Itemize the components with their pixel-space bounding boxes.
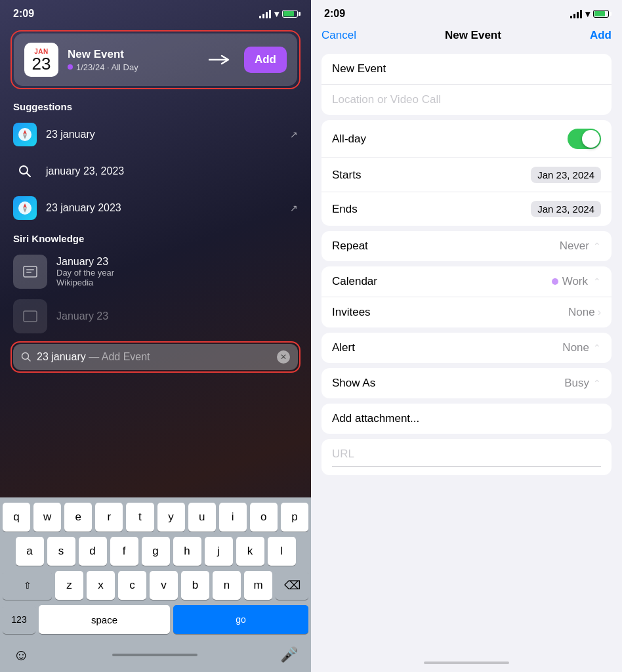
search-clear-button[interactable]: ✕	[277, 350, 290, 364]
ends-label: Ends	[332, 203, 358, 216]
url-row[interactable]: URL	[321, 439, 612, 475]
key-k[interactable]: k	[236, 537, 264, 566]
url-section: URL	[321, 439, 612, 475]
alert-chevron: ⌃	[593, 343, 601, 353]
allday-label: All-day	[332, 133, 366, 146]
location-row[interactable]: Location or Video Call	[321, 85, 612, 115]
title-section: New Event Location or Video Call	[321, 54, 612, 115]
key-q[interactable]: q	[3, 503, 30, 532]
cancel-button[interactable]: Cancel	[321, 29, 356, 42]
key-shift[interactable]: ⇧	[3, 571, 52, 600]
nav-add-button[interactable]: Add	[590, 29, 612, 42]
key-t[interactable]: t	[126, 503, 154, 532]
key-n[interactable]: n	[213, 571, 241, 600]
safari-icon-2	[13, 196, 37, 220]
key-row-2: a s d f g h j k l	[3, 537, 308, 566]
key-m[interactable]: m	[244, 571, 272, 600]
key-z[interactable]: z	[55, 571, 83, 600]
event-title-row[interactable]: New Event	[321, 54, 612, 85]
search-bar-hint: — Add Event	[89, 351, 150, 362]
repeat-chevron: ⌃	[593, 241, 601, 251]
right-signal-icon	[570, 9, 582, 18]
starts-value[interactable]: Jan 23, 2024	[531, 167, 601, 183]
calendar-row[interactable]: Calendar Work ⌃	[321, 266, 612, 297]
key-b[interactable]: b	[181, 571, 209, 600]
key-f[interactable]: f	[110, 537, 138, 566]
suggestions-label: Suggestions	[0, 94, 311, 116]
key-p[interactable]: p	[281, 503, 308, 532]
key-u[interactable]: u	[188, 503, 216, 532]
key-y[interactable]: y	[157, 503, 185, 532]
key-c[interactable]: c	[118, 571, 146, 600]
event-title-input[interactable]: New Event	[332, 62, 601, 75]
repeat-section: Repeat Never ⌃	[321, 231, 612, 261]
event-card: JAN 23 New Event 1/23/24 · All Day Add	[14, 33, 297, 86]
key-a[interactable]: a	[16, 537, 44, 566]
event-card-container: JAN 23 New Event 1/23/24 · All Day Add	[10, 30, 301, 89]
alert-row[interactable]: Alert None ⌃	[321, 333, 612, 363]
key-123[interactable]: 123	[3, 605, 35, 634]
show-as-row[interactable]: Show As Busy ⌃	[321, 368, 612, 398]
nav-title: New Event	[445, 29, 501, 42]
right-status-icons: ▾	[570, 9, 609, 19]
add-attachment-label[interactable]: Add attachment...	[332, 412, 419, 425]
key-s[interactable]: s	[47, 537, 75, 566]
wifi-icon: ▾	[274, 9, 279, 19]
attachment-row[interactable]: Add attachment...	[321, 404, 612, 434]
event-date: 1/23/24 · All Day	[68, 62, 197, 72]
siri-item[interactable]: January 23 Day of the year Wikipedia	[0, 248, 311, 295]
invitees-row[interactable]: Invitees None ›	[321, 297, 612, 327]
suggestion-item-1[interactable]: 23 january ↗	[0, 116, 311, 153]
partial-text: January 23	[56, 310, 298, 322]
search-bar[interactable]: 23 january — Add Event ✕	[13, 344, 298, 370]
svg-rect-14	[24, 311, 37, 322]
event-info: New Event 1/23/24 · All Day	[68, 48, 197, 72]
form-scroll: New Event Location or Video Call All-day…	[311, 49, 622, 656]
starts-row[interactable]: Starts Jan 23, 2024	[321, 158, 612, 192]
svg-rect-13	[26, 272, 31, 273]
key-go[interactable]: go	[173, 605, 308, 634]
key-o[interactable]: o	[250, 503, 278, 532]
key-j[interactable]: j	[205, 537, 233, 566]
key-row-3: ⇧ z x c v b n m ⌫	[3, 571, 308, 600]
calendar-label: Calendar	[332, 275, 377, 288]
allday-toggle[interactable]	[568, 129, 601, 149]
key-l[interactable]: l	[268, 537, 296, 566]
siri-item-sub1: Day of the year	[56, 268, 114, 278]
suggestion-item-2[interactable]: january 23, 2023	[0, 153, 311, 190]
key-d[interactable]: d	[79, 537, 107, 566]
siri-thumbnail	[13, 255, 47, 289]
key-w[interactable]: w	[33, 503, 61, 532]
key-row-4: 123 space go	[3, 605, 308, 634]
key-r[interactable]: r	[95, 503, 123, 532]
signal-icon	[259, 9, 271, 18]
right-battery-icon	[593, 10, 609, 18]
left-panel: 2:09 ▾ JAN 23 New Event	[0, 0, 311, 672]
key-g[interactable]: g	[142, 537, 170, 566]
toggle-knob	[582, 130, 600, 148]
allday-row[interactable]: All-day	[321, 120, 612, 158]
siri-knowledge-label: Siri Knowledge	[0, 226, 311, 248]
svg-line-6	[27, 173, 30, 177]
keyboard: q w e r t y u i o p a s d f g h j k l ⇧ …	[0, 497, 311, 642]
key-v[interactable]: v	[150, 571, 178, 600]
show-as-value: Busy ⌃	[564, 377, 601, 390]
url-underline	[332, 466, 601, 467]
invitees-label: Invitees	[332, 306, 371, 319]
key-i[interactable]: i	[219, 503, 247, 532]
key-delete[interactable]: ⌫	[276, 571, 308, 600]
ends-value[interactable]: Jan 23, 2024	[531, 201, 601, 217]
show-as-label: Show As	[332, 377, 375, 390]
calendar-icon: JAN 23	[24, 43, 58, 77]
suggestion-item-3[interactable]: 23 january 2023 ↗	[0, 190, 311, 226]
key-h[interactable]: h	[173, 537, 201, 566]
svg-point-5	[20, 166, 28, 174]
emoji-key[interactable]: ☺	[13, 646, 30, 664]
key-space[interactable]: space	[39, 605, 170, 634]
ends-row[interactable]: Ends Jan 23, 2024	[321, 192, 612, 226]
key-e[interactable]: e	[64, 503, 92, 532]
key-x[interactable]: x	[87, 571, 115, 600]
add-button[interactable]: Add	[244, 47, 287, 73]
mic-key[interactable]: 🎤	[280, 646, 298, 663]
repeat-row[interactable]: Repeat Never ⌃	[321, 231, 612, 261]
